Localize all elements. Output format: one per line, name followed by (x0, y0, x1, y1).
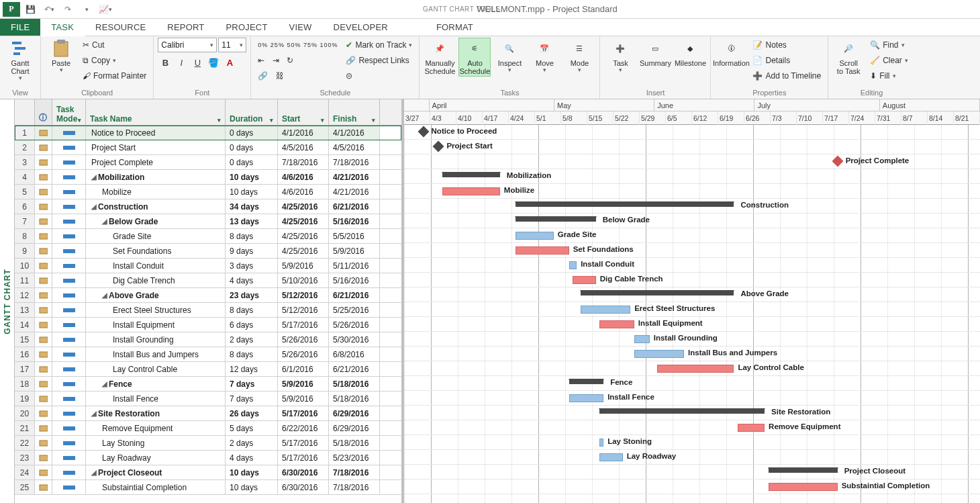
mark-on-track-button[interactable]: ✔Mark on Track▾ (343, 38, 415, 52)
row-header[interactable]: 20 (15, 406, 35, 420)
row-header[interactable]: 2 (15, 140, 35, 154)
table-row[interactable]: 25Substaintial Completion10 days6/30/201… (15, 480, 401, 495)
table-row[interactable]: 2Project Start0 days4/5/20164/5/2016 (15, 140, 401, 155)
table-row[interactable]: 22Lay Stoning2 days5/17/20165/18/2016 (15, 436, 401, 451)
start-cell[interactable]: 4/6/2016 (278, 170, 329, 184)
start-cell[interactable]: 5/12/2016 (278, 303, 329, 317)
gantt-row[interactable]: Fence (404, 376, 980, 391)
gantt-bar[interactable] (433, 141, 444, 152)
gantt-chart-button[interactable]: Gantt Chart▾ (4, 38, 36, 83)
scroll-to-task-button[interactable]: 🔎Scroll to Task (832, 38, 865, 77)
taskmode-cell[interactable] (52, 229, 86, 243)
manually-schedule-button[interactable]: 📌Manually Schedule (424, 38, 456, 77)
taskname-cell[interactable]: ◢Mobilization (86, 170, 226, 184)
gantt-row[interactable]: Install Equipment (404, 317, 980, 332)
font-color-button[interactable]: A (222, 55, 237, 70)
start-cell[interactable]: 6/30/2016 (278, 480, 329, 494)
taskname-cell[interactable]: Lay Roadway (86, 451, 226, 465)
taskname-cell[interactable]: Mobilize (86, 185, 226, 199)
table-row[interactable]: 18◢Fence7 days5/9/20165/18/2016 (15, 377, 401, 392)
row-header[interactable]: 3 (15, 155, 35, 169)
insert-task-button[interactable]: ➕Task▾ (604, 38, 636, 75)
gantt-row[interactable]: Mobilize (404, 184, 980, 199)
duration-cell[interactable]: 4 days (226, 451, 278, 465)
finish-cell[interactable]: 5/9/2016 (329, 244, 380, 258)
gantt-bar[interactable] (634, 335, 650, 343)
link-buttons[interactable]: 🔗 ⛓ (255, 68, 340, 83)
taskname-cell[interactable]: ◢Fence (86, 377, 226, 391)
inspect-button[interactable]: 🔍Inspect▾ (493, 38, 526, 75)
gantt-row[interactable]: Install Fence (404, 391, 980, 406)
taskname-cell[interactable]: Install Equipment (86, 318, 226, 332)
row-header[interactable]: 15 (15, 332, 35, 347)
row-header[interactable]: 5 (15, 185, 35, 199)
start-cell[interactable]: 5/9/2016 (278, 259, 329, 273)
table-row[interactable]: 11Dig Cable Trench4 days5/10/20165/16/20… (15, 273, 401, 288)
gantt-bar[interactable] (581, 290, 734, 295)
row-header[interactable]: 16 (15, 347, 35, 361)
duration-cell[interactable]: 3 days (226, 259, 278, 273)
taskname-cell[interactable]: Remove Equipment (86, 421, 226, 435)
duration-cell[interactable]: 0 days (226, 155, 278, 169)
start-cell[interactable]: 7/18/2016 (278, 155, 329, 169)
finish-cell[interactable]: 5/18/2016 (329, 377, 380, 391)
start-cell[interactable]: 6/1/2016 (278, 362, 329, 376)
gantt-bar[interactable] (442, 187, 500, 195)
start-cell[interactable]: 4/6/2016 (278, 185, 329, 199)
duration-cell[interactable]: 10 days (226, 170, 278, 184)
table-row[interactable]: 23Lay Roadway4 days5/17/20165/23/2016 (15, 451, 401, 465)
start-cell[interactable]: 5/10/2016 (278, 273, 329, 287)
start-cell[interactable]: 6/22/2016 (278, 421, 329, 435)
taskmode-cell[interactable] (52, 347, 86, 361)
finish-cell[interactable]: 6/21/2016 (329, 288, 380, 302)
taskmode-cell[interactable] (52, 318, 86, 332)
row-header[interactable]: 18 (15, 377, 35, 391)
duration-cell[interactable]: 8 days (226, 347, 278, 361)
start-cell[interactable]: 4/5/2016 (278, 140, 329, 154)
gantt-row[interactable]: Erect Steel Structures (404, 302, 980, 317)
table-row[interactable]: 17Lay Control Cable12 days6/1/20166/21/2… (15, 362, 401, 377)
taskname-cell[interactable]: ◢Construction (86, 199, 226, 214)
gantt-row[interactable]: Below Grade (404, 214, 980, 228)
gantt-bar[interactable] (832, 156, 843, 167)
tab-task[interactable]: TASK (40, 19, 85, 36)
fill-color-button[interactable]: 🪣 (206, 55, 221, 70)
auto-schedule-button[interactable]: ⚟Auto Schedule (458, 38, 491, 77)
taskmode-cell[interactable] (52, 273, 86, 287)
taskname-cell[interactable]: Install Fence (86, 392, 226, 406)
gantt-row[interactable]: Substaintial Completion (404, 479, 980, 494)
row-header[interactable]: 8 (15, 229, 35, 243)
taskmode-cell[interactable] (52, 199, 86, 214)
duration-cell[interactable]: 23 days (226, 288, 278, 302)
start-cell[interactable]: 5/17/2016 (278, 318, 329, 332)
finish-cell[interactable]: 5/5/2016 (329, 229, 380, 243)
taskmode-cell[interactable] (52, 214, 86, 228)
taskmode-cell[interactable] (52, 155, 86, 169)
taskmode-cell[interactable] (52, 377, 86, 391)
table-row[interactable]: 8Grade Site8 days4/25/20165/5/2016 (15, 229, 401, 244)
gantt-bar[interactable] (657, 365, 734, 373)
gantt-bar[interactable] (516, 201, 734, 207)
taskmode-cell[interactable] (52, 288, 86, 302)
start-cell[interactable]: 5/17/2016 (278, 436, 329, 450)
cut-button[interactable]: ✂Cut (80, 38, 149, 52)
font-name-combo[interactable]: Calibri▾ (158, 38, 217, 52)
table-row[interactable]: 9Set Foundations9 days4/25/20165/9/2016 (15, 244, 401, 259)
row-header[interactable]: 14 (15, 318, 35, 332)
taskmode-cell[interactable] (52, 421, 86, 435)
paste-button[interactable]: Paste▾ (45, 38, 77, 75)
gantt-row[interactable]: Lay Roadway (404, 450, 980, 465)
col-duration[interactable]: Duration▾ (226, 99, 278, 125)
table-row[interactable]: 10Install Conduit3 days5/9/20165/11/2016 (15, 259, 401, 273)
taskmode-cell[interactable] (52, 362, 86, 376)
task-grid[interactable]: ⓘ Task Mode▾ Task Name▾ Duration▾ Start▾… (15, 99, 404, 503)
inactivate-button[interactable]: ⊝ (343, 68, 415, 83)
gantt-bar[interactable] (599, 453, 622, 461)
gantt-row[interactable]: Site Restoration (404, 406, 980, 420)
table-row[interactable]: 1Notice to Proceed0 days4/1/20164/1/2016 (15, 126, 401, 140)
duration-cell[interactable]: 7 days (226, 392, 278, 406)
start-cell[interactable]: 4/25/2016 (278, 199, 329, 214)
duration-cell[interactable]: 0 days (226, 126, 278, 140)
taskname-cell[interactable]: Project Complete (86, 155, 226, 169)
row-header[interactable]: 24 (15, 465, 35, 479)
